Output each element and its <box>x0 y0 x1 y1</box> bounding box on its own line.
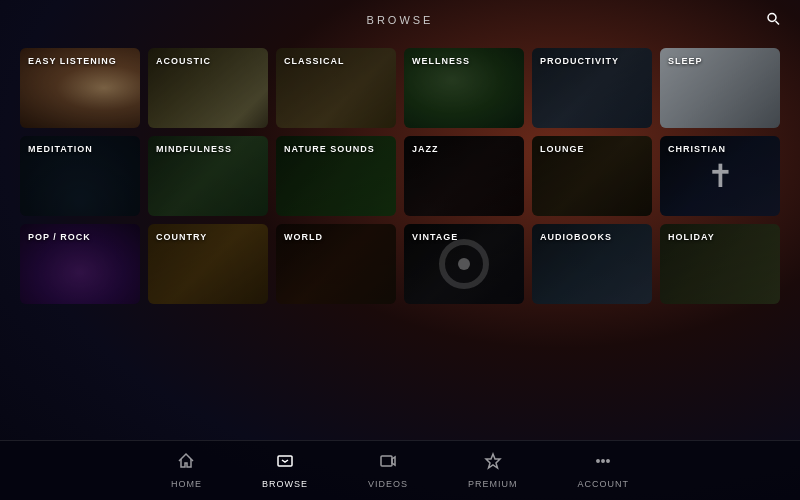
nav-item-account[interactable]: ACCOUNT <box>578 452 630 489</box>
nav-label-premium: PREMIUM <box>468 479 518 489</box>
nav-icon-premium <box>484 452 502 475</box>
category-jazz[interactable]: JAZZ <box>404 136 524 216</box>
category-meditation[interactable]: MEDITATION <box>20 136 140 216</box>
nav-label-home: HOME <box>171 479 202 489</box>
category-mindfulness[interactable]: MINDFULNESS <box>148 136 268 216</box>
category-label-productivity: PRODUCTIVITY <box>540 56 619 66</box>
category-label-jazz: JAZZ <box>412 144 439 154</box>
nav-item-videos[interactable]: VIDEOS <box>368 452 408 489</box>
nav-label-browse: BROWSE <box>262 479 308 489</box>
cross-icon: ✝ <box>707 157 734 195</box>
category-label-meditation: MEDITATION <box>28 144 93 154</box>
category-label-country: COUNTRY <box>156 232 207 242</box>
category-nature-sounds[interactable]: NATURE SOUNDS <box>276 136 396 216</box>
svg-point-6 <box>602 460 604 462</box>
category-label-easy-listening: EASY LISTENING <box>28 56 117 66</box>
category-sleep[interactable]: SLEEP <box>660 48 780 128</box>
nav-label-account: ACCOUNT <box>578 479 630 489</box>
svg-point-5 <box>597 460 599 462</box>
category-audiobooks[interactable]: AUDIOBOOKS <box>532 224 652 304</box>
header: BROWSE <box>0 0 800 40</box>
nav-item-browse[interactable]: BROWSE <box>262 452 308 489</box>
category-label-sleep: SLEEP <box>668 56 703 66</box>
category-easy-listening[interactable]: EASY LISTENING <box>20 48 140 128</box>
account-icon <box>594 452 612 470</box>
nav-icon-browse <box>276 452 294 475</box>
category-vintage[interactable]: VINTAGE <box>404 224 524 304</box>
category-classical[interactable]: CLASSICAL <box>276 48 396 128</box>
nav-item-premium[interactable]: PREMIUM <box>468 452 518 489</box>
bottom-navigation: HOMEBROWSEVIDEOSPREMIUMACCOUNT <box>0 440 800 500</box>
category-grid: EASY LISTENINGACOUSTICCLASSICALWELLNESSP… <box>0 40 800 312</box>
category-label-pop-rock: POP / ROCK <box>28 232 91 242</box>
home-icon <box>177 452 195 470</box>
svg-rect-2 <box>278 456 292 466</box>
nav-icon-account <box>594 452 612 475</box>
category-acoustic[interactable]: ACOUSTIC <box>148 48 268 128</box>
search-button[interactable] <box>766 12 780 29</box>
category-pop-rock[interactable]: POP / ROCK <box>20 224 140 304</box>
svg-line-1 <box>776 21 780 25</box>
category-label-lounge: LOUNGE <box>540 144 585 154</box>
search-icon <box>766 12 780 26</box>
category-world[interactable]: WORLD <box>276 224 396 304</box>
vinyl-center <box>458 258 470 270</box>
nav-label-videos: VIDEOS <box>368 479 408 489</box>
svg-rect-3 <box>381 456 392 466</box>
browse-icon <box>276 452 294 470</box>
svg-marker-4 <box>486 454 500 468</box>
premium-icon <box>484 452 502 470</box>
svg-point-0 <box>768 14 776 22</box>
nav-icon-videos <box>379 452 397 475</box>
page-title: BROWSE <box>367 14 434 26</box>
category-label-wellness: WELLNESS <box>412 56 470 66</box>
category-label-classical: CLASSICAL <box>284 56 345 66</box>
category-label-mindfulness: MINDFULNESS <box>156 144 232 154</box>
category-label-world: WORLD <box>284 232 323 242</box>
category-lounge[interactable]: LOUNGE <box>532 136 652 216</box>
category-wellness[interactable]: WELLNESS <box>404 48 524 128</box>
category-label-vintage: VINTAGE <box>412 232 458 242</box>
category-label-christian: CHRISTIAN <box>668 144 726 154</box>
svg-point-7 <box>607 460 609 462</box>
nav-item-home[interactable]: HOME <box>171 452 202 489</box>
category-holiday[interactable]: HOLIDAY <box>660 224 780 304</box>
category-label-audiobooks: AUDIOBOOKS <box>540 232 612 242</box>
category-label-acoustic: ACOUSTIC <box>156 56 211 66</box>
category-christian[interactable]: CHRISTIAN✝ <box>660 136 780 216</box>
nav-icon-home <box>177 452 195 475</box>
category-label-nature-sounds: NATURE SOUNDS <box>284 144 375 154</box>
category-label-holiday: HOLIDAY <box>668 232 715 242</box>
category-country[interactable]: COUNTRY <box>148 224 268 304</box>
category-productivity[interactable]: PRODUCTIVITY <box>532 48 652 128</box>
videos-icon <box>379 452 397 470</box>
